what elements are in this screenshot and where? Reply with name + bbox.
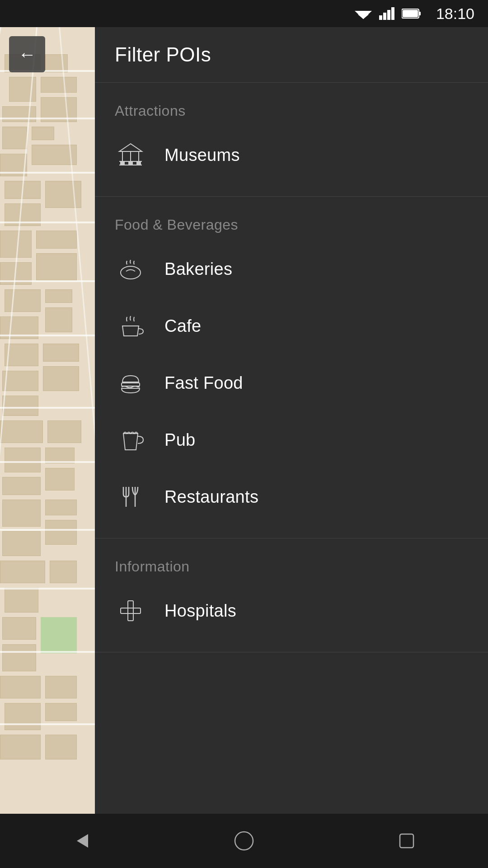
panel-header: Filter POIs <box>95 27 488 83</box>
svg-rect-12 <box>121 161 124 165</box>
status-time: 18:10 <box>436 5 474 23</box>
section-label-attractions: Attractions <box>95 95 488 127</box>
back-arrow-icon: ← <box>18 45 36 63</box>
svg-rect-9 <box>403 10 418 17</box>
poi-item-fast-food[interactable]: Fast Food <box>95 354 488 411</box>
section-label-information: Information <box>95 551 488 582</box>
poi-label-fast-food: Fast Food <box>164 373 243 393</box>
svg-rect-23 <box>128 601 133 621</box>
svg-rect-4 <box>383 13 386 20</box>
navigation-bar <box>0 814 488 868</box>
signal-icon <box>379 7 394 20</box>
back-button[interactable]: ← <box>9 36 45 72</box>
svg-rect-8 <box>419 12 421 15</box>
nav-home-icon <box>233 830 255 852</box>
poi-item-hospitals[interactable]: Hospitals <box>95 582 488 639</box>
poi-label-cafe: Cafe <box>164 316 201 336</box>
map-canvas <box>0 27 95 841</box>
poi-label-museums: Museums <box>164 146 240 165</box>
hospital-icon <box>115 595 146 627</box>
svg-rect-14 <box>137 161 141 165</box>
status-bar: 18:10 <box>0 0 488 27</box>
nav-recent-icon <box>395 830 418 852</box>
section-information: Information Hospitals <box>95 538 488 652</box>
filter-panel: Filter POIs Attractions Muse <box>95 27 488 841</box>
svg-marker-18 <box>119 144 142 151</box>
svg-rect-20 <box>122 383 140 386</box>
svg-rect-24 <box>121 608 141 613</box>
museum-icon <box>115 139 146 171</box>
poi-label-bakeries: Bakeries <box>164 259 232 279</box>
poi-item-cafe[interactable]: Cafe <box>95 297 488 354</box>
svg-point-26 <box>235 832 253 850</box>
poi-label-pub: Pub <box>164 430 196 450</box>
poi-item-pub[interactable]: Pub <box>95 411 488 468</box>
section-attractions: Attractions Museums <box>95 83 488 197</box>
svg-point-19 <box>121 266 141 279</box>
svg-rect-5 <box>387 10 390 20</box>
wifi-icon <box>355 7 372 20</box>
poi-item-museums[interactable]: Museums <box>95 127 488 184</box>
restaurant-icon <box>115 481 146 513</box>
poi-label-hospitals: Hospitals <box>164 601 236 621</box>
nav-back-icon <box>70 830 93 852</box>
nav-back-button[interactable] <box>54 825 108 857</box>
map-area <box>0 27 95 841</box>
nav-home-button[interactable] <box>217 825 271 857</box>
section-label-food: Food & Beverages <box>95 209 488 241</box>
poi-item-restaurants[interactable]: Restaurants <box>95 468 488 525</box>
svg-marker-25 <box>77 834 88 848</box>
nav-recent-button[interactable] <box>380 825 434 857</box>
svg-rect-6 <box>391 7 394 20</box>
svg-rect-13 <box>129 161 132 165</box>
fastfood-icon <box>115 367 146 399</box>
section-food-beverages: Food & Beverages Bakeries <box>95 197 488 538</box>
poi-item-bakeries[interactable]: Bakeries <box>95 241 488 297</box>
panel-title: Filter POIs <box>115 43 211 66</box>
status-icons: 18:10 <box>355 5 474 23</box>
bakery-icon <box>115 253 146 285</box>
svg-rect-3 <box>379 15 382 20</box>
svg-rect-27 <box>400 834 413 848</box>
poi-label-restaurants: Restaurants <box>164 487 258 507</box>
pub-icon <box>115 424 146 456</box>
battery-icon <box>402 8 422 19</box>
cafe-icon <box>115 310 146 342</box>
